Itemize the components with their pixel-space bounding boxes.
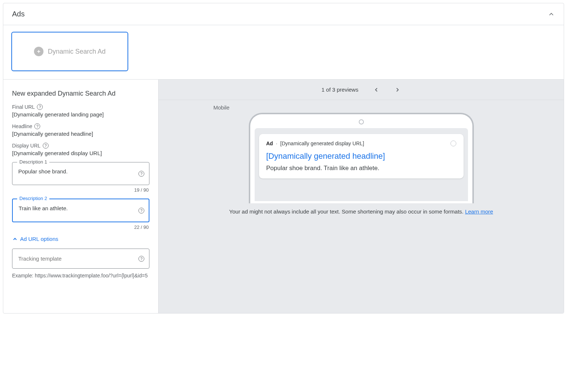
description-2-wrap: Description 2 ? xyxy=(12,199,149,222)
help-icon[interactable]: ? xyxy=(43,143,49,149)
display-url-value: [Dynamically generated display URL] xyxy=(12,150,149,156)
ad-form: New expanded Dynamic Search Ad Final URL… xyxy=(3,80,159,313)
plus-circle-icon xyxy=(34,47,43,56)
description-1-label: Description 1 xyxy=(17,159,49,165)
learn-more-link[interactable]: Learn more xyxy=(465,208,493,215)
description-1-counter: 19 / 90 xyxy=(12,187,149,193)
preview-counter: 1 of 3 previews xyxy=(321,87,358,93)
tracking-example: Example: https://www.trackingtemplate.fo… xyxy=(12,272,149,280)
collapse-chevron-up-icon[interactable] xyxy=(548,11,555,18)
prev-arrow-icon[interactable] xyxy=(373,87,380,93)
dynamic-search-ad-card[interactable]: Dynamic Search Ad xyxy=(11,32,128,71)
preview-pane: 1 of 3 previews Mobile Ad · [Dynamically… xyxy=(159,80,564,313)
final-url-field: Final URL ? [Dynamically generated landi… xyxy=(12,104,149,118)
help-icon[interactable]: ? xyxy=(37,104,43,110)
preview-stage: Mobile Ad · [Dynamically generated displ… xyxy=(159,100,564,313)
description-1-input[interactable] xyxy=(12,162,149,185)
preview-display-url: [Dynamically generated display URL] xyxy=(280,141,364,146)
display-url-label: Display URL xyxy=(12,143,41,149)
phone-speaker-icon xyxy=(359,119,364,124)
preview-description: Popular shoe brand. Train like an athlet… xyxy=(266,165,456,172)
preview-disclaimer: Your ad might not always include all you… xyxy=(166,208,556,215)
chevron-up-icon xyxy=(12,236,18,242)
headline-value: [Dynamically generated headline] xyxy=(12,131,149,137)
phone-screen: Ad · [Dynamically generated display URL]… xyxy=(255,128,468,201)
ad-badge: Ad xyxy=(266,141,273,146)
ad-card-label: Dynamic Search Ad xyxy=(48,48,106,55)
ad-type-row: Dynamic Search Ad xyxy=(3,25,564,80)
editor-body: New expanded Dynamic Search Ad Final URL… xyxy=(3,80,564,313)
description-2-counter: 22 / 90 xyxy=(12,224,149,230)
ad-url-options-toggle[interactable]: Ad URL options xyxy=(12,236,149,242)
preview-headline: [Dynamically generated headline] xyxy=(266,151,456,161)
help-icon[interactable]: ? xyxy=(34,123,40,129)
help-icon[interactable]: ? xyxy=(138,208,144,214)
panel-header[interactable]: Ads xyxy=(3,3,564,25)
panel-title: Ads xyxy=(12,10,24,18)
form-title: New expanded Dynamic Search Ad xyxy=(12,90,149,97)
preview-nav: 1 of 3 previews xyxy=(159,80,564,100)
separator-dot: · xyxy=(276,141,277,146)
tracking-template-input[interactable] xyxy=(12,249,149,269)
final-url-value: [Dynamically generated landing page] xyxy=(12,111,149,118)
headline-field: Headline ? [Dynamically generated headli… xyxy=(12,123,149,137)
final-url-label: Final URL xyxy=(12,104,35,110)
display-url-field: Display URL ? [Dynamically generated dis… xyxy=(12,143,149,156)
headline-label: Headline xyxy=(12,123,32,129)
ad-preview-card: Ad · [Dynamically generated display URL]… xyxy=(259,134,464,178)
help-icon[interactable]: ? xyxy=(138,171,144,177)
device-label: Mobile xyxy=(213,104,556,111)
ads-expansion-panel: Ads Dynamic Search Ad New expanded Dynam… xyxy=(3,3,564,314)
phone-frame: Ad · [Dynamically generated display URL]… xyxy=(249,113,474,203)
description-2-label: Description 2 xyxy=(17,196,49,201)
help-icon[interactable]: ? xyxy=(138,256,144,262)
ad-url-options-label: Ad URL options xyxy=(20,236,58,242)
next-arrow-icon[interactable] xyxy=(394,87,401,93)
description-1-wrap: Description 1 ? xyxy=(12,162,149,185)
tracking-template-wrap: ? xyxy=(12,249,149,269)
info-icon[interactable] xyxy=(450,141,456,146)
description-2-input[interactable] xyxy=(12,199,149,222)
